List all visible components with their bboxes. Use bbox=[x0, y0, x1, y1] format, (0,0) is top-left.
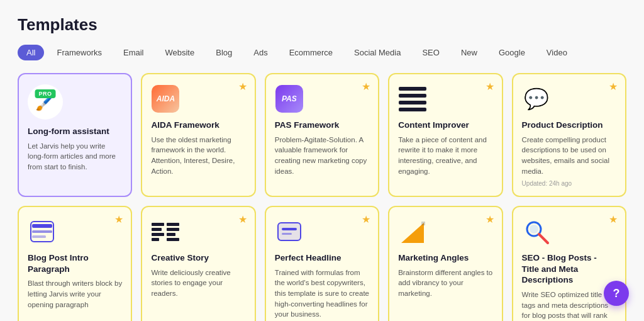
svg-point-12 bbox=[530, 225, 538, 234]
blog-post-icon bbox=[28, 217, 57, 246]
creative-story-icon bbox=[151, 217, 180, 246]
product-description-icon: 💬 bbox=[522, 84, 551, 113]
card-product-description[interactable]: ★ 💬 Product Description Create compellin… bbox=[512, 73, 626, 197]
card-marketing-angles-title: Marketing Angles bbox=[398, 252, 492, 264]
svg-marker-8 bbox=[401, 223, 424, 243]
filter-seo[interactable]: SEO bbox=[413, 45, 448, 60]
card-perfect-headline-desc: Trained with formulas from the world's b… bbox=[275, 268, 369, 320]
star-icon: ★ bbox=[609, 213, 618, 225]
card-aida-title: AIDA Framework bbox=[151, 120, 245, 131]
filter-ads[interactable]: Ads bbox=[245, 45, 276, 60]
card-creative-story[interactable]: ★ Creative Sto bbox=[141, 206, 255, 321]
filter-new[interactable]: New bbox=[452, 45, 486, 60]
filter-bar: All Frameworks Email Website Blog Ads Ec… bbox=[18, 45, 626, 60]
svg-rect-0 bbox=[32, 224, 52, 228]
star-icon: ★ bbox=[486, 81, 494, 93]
card-pas[interactable]: ★ PAS PAS Framework Problem-Agitate-Solu… bbox=[265, 73, 379, 197]
card-blog-post-intro-desc: Blast through writers block by letting J… bbox=[28, 278, 122, 310]
perfect-headline-icon bbox=[275, 217, 304, 246]
seo-blog-icon bbox=[522, 217, 551, 246]
card-product-description-updated: Updated: 24h ago bbox=[522, 180, 616, 187]
filter-blog[interactable]: Blog bbox=[207, 45, 241, 60]
help-button[interactable]: ? bbox=[604, 281, 629, 306]
card-aida-desc: Use the oldest marketing framework in th… bbox=[151, 135, 245, 177]
svg-rect-6 bbox=[282, 228, 297, 230]
card-long-form[interactable]: PRO 🖌️ Long-form assistant Let Jarvis he… bbox=[18, 73, 132, 197]
svg-rect-4 bbox=[278, 223, 301, 240]
card-content-improver[interactable]: ★ Content Improver Take a piece of conte… bbox=[388, 73, 502, 197]
card-pas-title: PAS Framework bbox=[275, 120, 369, 131]
svg-rect-1 bbox=[32, 230, 52, 233]
svg-rect-2 bbox=[32, 235, 46, 238]
star-icon: ★ bbox=[362, 213, 370, 225]
cards-row-1: PRO 🖌️ Long-form assistant Let Jarvis he… bbox=[18, 73, 626, 197]
card-content-improver-desc: Take a piece of content and rewrite it t… bbox=[398, 135, 492, 177]
star-icon: ★ bbox=[238, 213, 247, 225]
svg-rect-7 bbox=[282, 233, 292, 235]
card-content-improver-title: Content Improver bbox=[398, 120, 492, 131]
card-marketing-angles-desc: Brainstorm different angles to add vibra… bbox=[398, 268, 492, 299]
marketing-angles-icon bbox=[398, 217, 427, 246]
card-seo-blog-title: SEO - Blog Posts - Title and Meta Descri… bbox=[522, 252, 616, 286]
filter-video[interactable]: Video bbox=[538, 45, 576, 60]
star-icon: ★ bbox=[114, 213, 123, 225]
card-aida[interactable]: ★ AIDA AIDA Framework Use the oldest mar… bbox=[141, 73, 255, 197]
filter-ecommerce[interactable]: Ecommerce bbox=[280, 45, 341, 60]
filter-social-media[interactable]: Social Media bbox=[345, 45, 409, 60]
svg-rect-9 bbox=[421, 222, 425, 225]
aida-icon: AIDA bbox=[151, 84, 180, 113]
card-perfect-headline[interactable]: ★ Perfect Headline Trained with formulas… bbox=[265, 206, 379, 321]
card-product-description-desc: Create compelling product descriptions t… bbox=[522, 135, 616, 177]
card-long-form-title: Long-form assistant bbox=[28, 126, 122, 137]
star-icon: ★ bbox=[238, 81, 247, 93]
star-icon: ★ bbox=[609, 81, 618, 93]
pas-icon: PAS bbox=[275, 84, 304, 113]
page-title: Templates bbox=[18, 15, 626, 35]
filter-frameworks[interactable]: Frameworks bbox=[48, 45, 111, 60]
filter-all[interactable]: All bbox=[18, 45, 44, 60]
filter-website[interactable]: Website bbox=[156, 45, 203, 60]
filter-email[interactable]: Email bbox=[114, 45, 153, 60]
card-pas-desc: Problem-Agitate-Solution. A valuable fra… bbox=[275, 135, 369, 177]
card-perfect-headline-title: Perfect Headline bbox=[275, 252, 369, 264]
content-improver-icon bbox=[398, 84, 427, 113]
card-blog-post-intro[interactable]: ★ Blog Post Intro Paragraph Blast throug… bbox=[18, 206, 132, 321]
card-creative-story-title: Creative Story bbox=[151, 252, 245, 264]
long-form-icon-wrapper: PRO 🖌️ bbox=[28, 84, 63, 120]
card-marketing-angles[interactable]: ★ Marketing Angles Brainstorm different … bbox=[388, 206, 502, 321]
svg-line-11 bbox=[539, 234, 548, 243]
star-icon: ★ bbox=[362, 81, 370, 93]
card-product-description-title: Product Description bbox=[522, 120, 616, 131]
pro-badge: PRO bbox=[35, 89, 55, 98]
star-icon: ★ bbox=[486, 213, 494, 225]
card-creative-story-desc: Write deliciously creative stories to en… bbox=[151, 268, 245, 299]
card-long-form-desc: Let Jarvis help you write long-form arti… bbox=[28, 141, 122, 172]
filter-google[interactable]: Google bbox=[490, 45, 534, 60]
card-blog-post-intro-title: Blog Post Intro Paragraph bbox=[28, 252, 122, 274]
cards-row-2: ★ Blog Post Intro Paragraph Blast throug… bbox=[18, 206, 626, 321]
card-seo-blog-desc: Write SEO optimized title tags and meta … bbox=[522, 290, 616, 321]
